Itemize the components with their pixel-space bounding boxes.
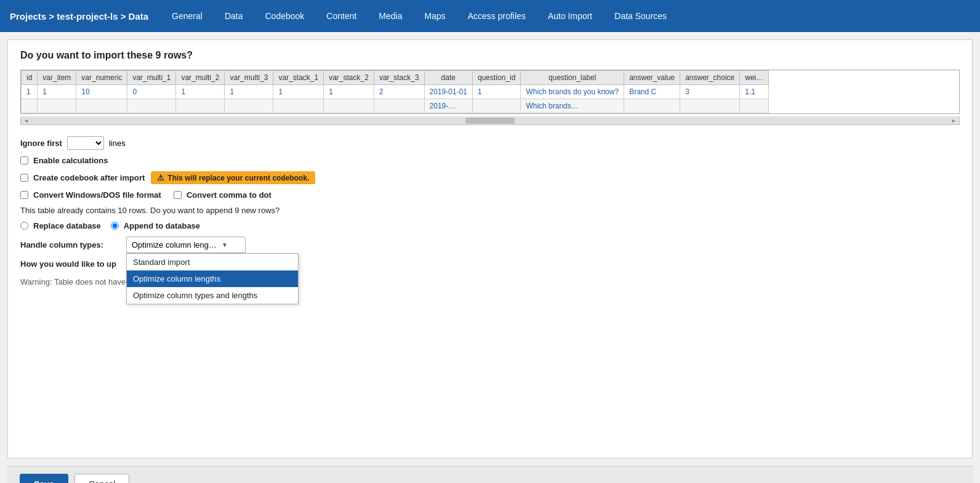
table-col-id: id — [22, 71, 38, 85]
replace-db-label[interactable]: Replace database — [20, 221, 101, 230]
form-section: Ignore first 1 2 lines Enable calculatio… — [20, 136, 960, 286]
convert-comma-checkbox[interactable] — [174, 191, 182, 199]
nav-item-access-profiles[interactable]: Access profiles — [457, 0, 537, 32]
table-col-var-multi-3: var_multi_3 — [225, 71, 273, 85]
table-cell: 1 — [273, 85, 324, 99]
nav-item-content[interactable]: Content — [315, 0, 367, 32]
table-cell — [324, 99, 374, 113]
table-cell: Which brands… — [521, 99, 624, 113]
table-col-var-multi-2: var_multi_2 — [176, 71, 225, 85]
handle-col-row: Handle column types: Optimize column len… — [20, 237, 960, 253]
footer-bar: Save Cancel — [7, 466, 973, 483]
enable-calculations-label[interactable]: Enable calculations — [20, 156, 108, 165]
ignore-first-label: Ignore first — [20, 139, 62, 148]
table-cell — [38, 99, 76, 113]
table-cell — [22, 99, 38, 113]
data-table: idvar_itemvar_numericvar_multi_1var_mult… — [21, 70, 769, 113]
append-info: This table already contains 10 rows. Do … — [20, 206, 960, 215]
table-col-var-stack-3: var_stack_3 — [374, 71, 424, 85]
nav-item-general[interactable]: General — [161, 0, 214, 32]
table-col-answer-choice: answer_choice — [680, 71, 740, 85]
table-cell — [176, 99, 225, 113]
table-cell: 1 — [472, 85, 520, 99]
table-header-row: idvar_itemvar_numericvar_multi_1var_mult… — [22, 71, 769, 85]
table-cell — [680, 99, 740, 113]
table-cell: Brand C — [624, 85, 680, 99]
ignore-first-select[interactable]: 1 2 — [67, 136, 104, 150]
save-button[interactable]: Save — [20, 474, 68, 483]
table-col-date: date — [424, 71, 472, 85]
enable-calculations-row: Enable calculations — [20, 156, 960, 165]
codebook-row: Create codebook after import This will r… — [20, 171, 960, 184]
table-cell: 1 — [176, 85, 225, 99]
table-col-var-numeric: var_numeric — [76, 71, 127, 85]
table-row: 11100111122019-01-011Which brands do you… — [22, 85, 769, 99]
table-cell — [374, 99, 424, 113]
nav-item-data-sources[interactable]: Data Sources — [603, 0, 678, 32]
data-table-wrapper[interactable]: idvar_itemvar_numericvar_multi_1var_mult… — [20, 70, 960, 114]
table-cell: 2019-… — [424, 99, 472, 113]
main-content: Do you want to import these 9 rows? idva… — [7, 39, 973, 458]
table-cell: 2 — [374, 85, 424, 99]
handle-col-selected-text: Optimize column leng… — [132, 240, 217, 250]
table-cell: 1 — [324, 85, 374, 99]
convert-windows-label[interactable]: Convert Windows/DOS file format — [20, 190, 161, 200]
table-cell: 10 — [76, 85, 127, 99]
codebook-label[interactable]: Create codebook after import — [20, 173, 145, 182]
dropdown-item-standard[interactable]: Standard import — [127, 254, 298, 270]
table-cell: 1.1 — [740, 85, 769, 99]
table-cell — [225, 99, 273, 113]
table-col-var-multi-1: var_multi_1 — [127, 71, 176, 85]
table-cell: 0 — [127, 85, 176, 99]
table-col-wei-: wei… — [740, 71, 769, 85]
convert-row: Convert Windows/DOS file format Convert … — [20, 190, 960, 200]
table-cell: 3 — [680, 85, 740, 99]
append-db-label[interactable]: Append to database — [111, 221, 200, 230]
table-cell: Which brands do you know? — [521, 85, 624, 99]
top-nav: General Data Codebook Content Media Maps… — [161, 0, 980, 32]
table-col-var-stack-2: var_stack_2 — [324, 71, 374, 85]
nav-item-media[interactable]: Media — [367, 0, 413, 32]
replace-db-radio[interactable] — [20, 222, 28, 230]
cancel-button[interactable]: Cancel — [74, 474, 130, 483]
convert-comma-label[interactable]: Convert comma to dot — [174, 190, 271, 200]
table-col-question-id: question_id — [472, 71, 520, 85]
table-col-answer-value: answer_value — [624, 71, 680, 85]
nav-item-codebook[interactable]: Codebook — [254, 0, 315, 32]
handle-col-select-button[interactable]: Optimize column leng… — [126, 237, 246, 253]
dropdown-item-optimize-types[interactable]: Optimize column types and lengths — [127, 287, 298, 304]
handle-col-label: Handle column types: — [20, 240, 119, 250]
dropdown-item-optimize-lengths[interactable]: Optimize column lengths — [127, 270, 298, 287]
nav-item-maps[interactable]: Maps — [414, 0, 457, 32]
table-cell: 1 — [38, 85, 76, 99]
table-cell — [624, 99, 680, 113]
convert-windows-checkbox[interactable] — [20, 191, 28, 199]
table-cell — [273, 99, 324, 113]
nav-item-auto-import[interactable]: Auto Import — [537, 0, 603, 32]
table-cell — [76, 99, 127, 113]
table-cell: 2019-01-01 — [424, 85, 472, 99]
table-cell — [127, 99, 176, 113]
handle-col-dropdown-menu: Standard import Optimize column lengths … — [126, 253, 299, 304]
codebook-warning-badge: This will replace your current codebook. — [151, 171, 315, 184]
enable-calculations-checkbox[interactable] — [20, 156, 28, 164]
table-cell — [472, 99, 520, 113]
table-col-var-item: var_item — [38, 71, 76, 85]
breadcrumb: Projects > test-project-ls > Data — [10, 11, 148, 22]
table-cell: 1 — [225, 85, 273, 99]
ignore-first-row: Ignore first 1 2 lines — [20, 136, 960, 150]
table-row: 2019-…Which brands… — [22, 99, 769, 113]
table-cell: 1 — [22, 85, 38, 99]
radio-row: Replace database Append to database — [20, 221, 960, 230]
table-cell — [740, 99, 769, 113]
how-update-label: How you would like to up — [20, 259, 116, 269]
create-codebook-checkbox[interactable] — [20, 174, 28, 182]
table-col-question-label: question_label — [521, 71, 624, 85]
nav-item-data[interactable]: Data — [214, 0, 254, 32]
topbar: Projects > test-project-ls > Data Genera… — [0, 0, 980, 32]
table-col-var-stack-1: var_stack_1 — [273, 71, 324, 85]
page-title: Do you want to import these 9 rows? — [20, 50, 960, 61]
lines-label: lines — [109, 139, 126, 148]
handle-col-dropdown-container: Optimize column leng… Standard import Op… — [126, 237, 246, 253]
append-db-radio[interactable] — [111, 222, 119, 230]
